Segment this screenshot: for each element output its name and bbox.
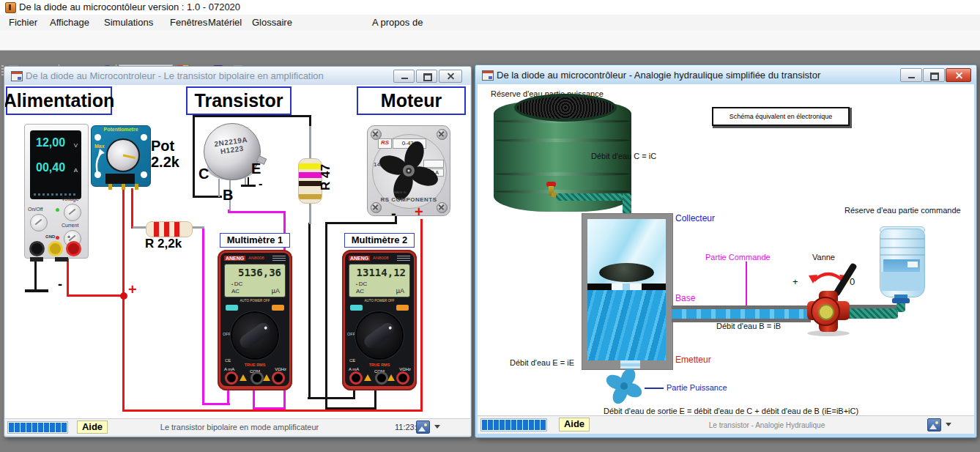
schema-equivalent-button[interactable]: Schéma équivalent en électronique (712, 107, 850, 126)
mm1-unit: µA (272, 287, 280, 294)
progress-indicator (7, 421, 68, 434)
psu-plus-terminal[interactable] (66, 241, 81, 256)
mm1-port-v (272, 371, 285, 385)
warning-icon (240, 374, 247, 381)
water-bottle (880, 229, 925, 297)
status-dropdown-icon[interactable] (946, 423, 951, 429)
image-export-icon[interactable] (927, 418, 941, 431)
motor-minus: - (391, 205, 396, 222)
menu-fenetres[interactable]: Fenêtres (170, 17, 207, 28)
maximize-button[interactable] (416, 70, 437, 83)
minimize-icon (401, 78, 408, 79)
psu-minus-terminal[interactable] (29, 241, 45, 256)
wire-plus (122, 188, 125, 297)
minimize-button[interactable] (393, 70, 415, 83)
wire-base (228, 211, 286, 213)
pot-knob[interactable] (106, 138, 140, 172)
psu-voltage-knob[interactable] (64, 204, 81, 221)
mm2-model: AN8008 (373, 256, 389, 260)
mm1-value: 5136,36 (238, 267, 281, 278)
maximize-button[interactable] (923, 68, 945, 82)
resistor-2-2k-label: R 2,2k (145, 237, 182, 251)
warning-icon (387, 374, 395, 381)
barrel-lid (514, 94, 617, 122)
warning-icon (263, 374, 270, 381)
menu-simulations[interactable]: Simulations (104, 17, 153, 28)
hose-collector (556, 193, 629, 201)
vanne-zero-label: 0 (850, 276, 855, 287)
mm2-unit: µA (396, 287, 404, 294)
mm2-rotary-dial[interactable] (357, 313, 402, 358)
mm1-display: 5136,36 DC AC µA (224, 264, 286, 297)
wire-pot-sig (131, 188, 133, 229)
mm1-rotary-dial[interactable] (232, 313, 278, 358)
multimeter-1: ANENG AN8008 5136,36 DC AC µA AUTO POWER… (218, 250, 292, 390)
close-button[interactable] (946, 68, 971, 82)
menu-affichage[interactable]: Affichage (50, 17, 89, 28)
left-statusbar: Aide Le transistor bipolaire en mode amp… (5, 418, 470, 435)
right-window-title: De la diode au microcontrôleur - Analogi… (497, 70, 820, 81)
psu-onoff-button[interactable] (30, 214, 48, 231)
hose-command (897, 302, 905, 312)
left-window-titlebar[interactable]: De la diode au Microcontroleur - Le tran… (4, 67, 471, 85)
aide-button[interactable]: Aide (77, 420, 108, 434)
minimize-button[interactable] (900, 68, 922, 82)
pot-max-arrow-icon (93, 148, 105, 176)
close-button[interactable] (439, 70, 462, 83)
multimeter-2: ANENG AN8008 13114,12 DC AC µA AUTO POWE… (342, 250, 417, 390)
partie-puissance-label: Partie Puissance (667, 383, 727, 392)
left-window-content: Alimentation Transistor Moteur - + (5, 85, 470, 418)
menu-fichier[interactable]: Fichier (9, 17, 37, 28)
psu-voltage-value: 12,00 (36, 136, 65, 149)
mm2-range-button[interactable] (350, 305, 363, 311)
aide-button[interactable]: Aide (559, 418, 590, 431)
psu-onoff-label: On/Off (28, 207, 43, 212)
motor-madein: MADE IN (394, 190, 407, 194)
mm2-port-a (349, 371, 363, 385)
psu-plus-label: + (67, 234, 70, 240)
gnd-minus-label: - (58, 277, 62, 292)
pot-connector (105, 174, 135, 184)
minimize-icon (908, 77, 915, 78)
wire-mm2-a (308, 223, 311, 399)
wire-motor-minus (325, 222, 327, 410)
motor-plus: + (415, 204, 423, 221)
right-window-titlebar[interactable]: De la diode au microcontrôleur - Analogi… (475, 65, 976, 84)
motor-blades-icon (378, 140, 439, 201)
label-alimentation: Alimentation (6, 86, 112, 115)
mm2-display: 13114,12 DC AC µA (349, 264, 410, 297)
multimeter1-label: Multimètre 1 (220, 233, 290, 248)
app-titlebar: De la diode au microcontôleur version : … (0, 0, 980, 15)
psu-red-led (56, 236, 59, 240)
menu-a-propos-de[interactable]: A propos de (372, 17, 423, 28)
vanne-label: Vanne (812, 253, 835, 262)
menu-glossaire[interactable]: Glossaire (252, 17, 292, 28)
pot-name-line2: 2.2k (151, 154, 179, 171)
menubar: Fichier Affichage Simulations Fenêtres M… (0, 15, 980, 32)
psu-current-value: 00,40 (36, 161, 65, 174)
psu-current-unit: A (74, 167, 78, 174)
emitter-water (587, 290, 666, 360)
psu-gnd-terminal[interactable] (48, 241, 63, 256)
status-dropdown-icon[interactable] (434, 425, 440, 431)
mm2-select-button[interactable] (396, 305, 409, 311)
wire-motor-minus (325, 407, 376, 410)
multimeter2-label: Multimètre 2 (344, 233, 415, 248)
left-status-text: Le transistor bipolaire en mode amplific… (122, 423, 357, 431)
vanne-plus-label: + (792, 276, 798, 287)
menu-materiel[interactable]: Matériel (208, 17, 242, 28)
pot-title: Potentiometre (92, 127, 150, 132)
mm1-range-button[interactable] (226, 305, 238, 311)
label-c: C (198, 166, 209, 182)
maximize-icon (930, 73, 939, 81)
mm1-select-button[interactable] (272, 305, 284, 311)
emetteur-label: Emetteur (675, 355, 711, 365)
wire-collector (193, 115, 195, 197)
window-transistor-amplification: De la diode au Microcontroleur - Le tran… (4, 66, 472, 437)
window-analogie-hydraulique: De la diode au microcontrôleur - Analogi… (475, 64, 977, 438)
emitter-minus: - (259, 177, 262, 190)
plus-label: + (128, 281, 137, 298)
mm1-port-com (250, 371, 264, 385)
image-export-icon[interactable] (416, 420, 430, 434)
wire-plus (67, 294, 125, 297)
